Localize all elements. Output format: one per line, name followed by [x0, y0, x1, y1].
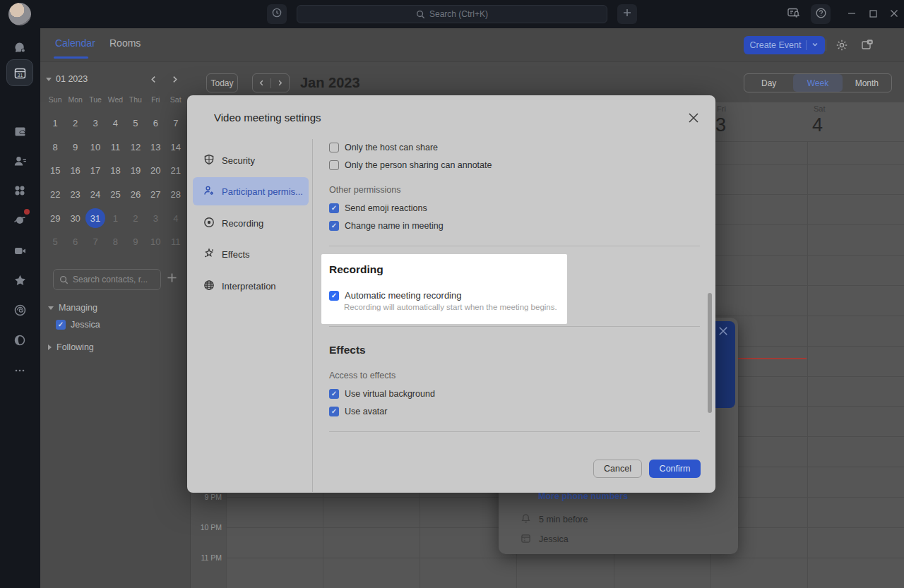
today-button[interactable]: Today: [206, 73, 238, 92]
mini-calendar-day[interactable]: 29: [45, 206, 65, 230]
mini-calendar-day[interactable]: 7: [166, 112, 186, 136]
mini-calendar-day[interactable]: 23: [65, 183, 85, 207]
member-checkbox[interactable]: [56, 320, 66, 330]
rail-item-favorites[interactable]: [6, 267, 33, 294]
checkbox[interactable]: [329, 407, 339, 416]
mini-calendar-day[interactable]: 30: [65, 206, 85, 230]
mini-prev-button[interactable]: [150, 73, 157, 86]
mini-calendar-day[interactable]: 10: [145, 230, 165, 254]
rail-item-more[interactable]: [6, 357, 33, 384]
checkbox[interactable]: [329, 389, 339, 399]
group-managing[interactable]: Managing: [48, 303, 97, 313]
mini-calendar-day[interactable]: 13: [145, 136, 165, 160]
tab-calendar[interactable]: Calendar: [55, 37, 95, 49]
member-jessica[interactable]: Jessica: [56, 320, 100, 330]
reminder-row[interactable]: 5 min before: [521, 513, 588, 526]
mini-calendar-day[interactable]: 11: [105, 136, 125, 160]
history-button[interactable]: [267, 4, 287, 24]
mini-next-button[interactable]: [171, 73, 179, 86]
cb-row-rename[interactable]: Change name in meeting: [329, 221, 444, 231]
minimize-button[interactable]: [845, 7, 859, 21]
mini-calendar-day[interactable]: 12: [126, 136, 145, 160]
mini-calendar-day[interactable]: 5: [45, 230, 65, 254]
mini-calendar-day[interactable]: 25: [105, 183, 125, 207]
cb-row-emoji[interactable]: Send emoji reactions: [329, 203, 427, 213]
day-header-number[interactable]: 4: [812, 114, 823, 136]
mini-calendar-day[interactable]: 1: [45, 112, 65, 136]
checkbox[interactable]: [329, 160, 339, 170]
mini-calendar-day[interactable]: 4: [105, 112, 125, 136]
mini-calendar-day[interactable]: 11: [166, 230, 186, 254]
maximize-button[interactable]: [866, 7, 880, 21]
mini-calendar-day[interactable]: 28: [166, 183, 186, 207]
rail-item-moments[interactable]: [6, 327, 33, 354]
mini-calendar-day[interactable]: 3: [85, 112, 105, 136]
mini-calendar-day[interactable]: 10: [85, 136, 105, 160]
mini-calendar-day[interactable]: 20: [145, 159, 165, 183]
view-week[interactable]: Week: [793, 74, 842, 92]
mini-calendar-day[interactable]: 24: [85, 183, 105, 207]
group-following[interactable]: Following: [48, 342, 94, 352]
scrollbar-thumb[interactable]: [708, 293, 712, 413]
mini-calendar-day[interactable]: 2: [65, 112, 85, 136]
mini-calendar-day[interactable]: 14: [166, 136, 186, 160]
nav-participant-permissions[interactable]: Participant permis...: [193, 177, 309, 205]
avatar[interactable]: [8, 3, 31, 25]
cb-row-host-share[interactable]: Only the host can share: [329, 143, 438, 152]
prev-week-button[interactable]: [253, 78, 270, 88]
tab-rooms[interactable]: Rooms: [109, 37, 141, 49]
search-input[interactable]: Search (Ctrl+K): [297, 5, 607, 23]
mini-calendar-day[interactable]: 9: [126, 230, 145, 254]
settings-button[interactable]: [835, 39, 848, 54]
cb-row-auto-recording[interactable]: Automatic meeting recording: [329, 290, 461, 301]
cancel-button[interactable]: Cancel: [593, 460, 642, 478]
modal-close-button[interactable]: [686, 110, 701, 126]
mini-calendar-header[interactable]: 01 2023: [46, 74, 88, 84]
mini-calendar-day[interactable]: 9: [65, 136, 85, 160]
rail-item-video[interactable]: [6, 237, 33, 264]
add-contact-button[interactable]: [166, 272, 178, 287]
organizer-row[interactable]: Jessica: [521, 533, 569, 546]
mini-calendar-day[interactable]: 4: [166, 206, 186, 230]
mini-calendar-day[interactable]: 6: [65, 230, 85, 254]
rail-item-workplace[interactable]: [6, 177, 33, 204]
mini-calendar-day[interactable]: 27: [145, 183, 165, 207]
cb-row-annotate[interactable]: Only the person sharing can annotate: [329, 160, 492, 170]
mini-calendar-day[interactable]: 19: [126, 159, 145, 183]
day-header-number[interactable]: 3: [715, 114, 726, 136]
mini-calendar-day[interactable]: 18: [105, 159, 125, 183]
rail-item-planet[interactable]: [6, 207, 33, 234]
checkbox[interactable]: [329, 143, 339, 152]
checkbox[interactable]: [329, 291, 339, 301]
close-window-button[interactable]: [887, 7, 901, 21]
mini-calendar-day[interactable]: 22: [45, 183, 65, 207]
nav-effects[interactable]: Effects: [193, 240, 309, 268]
checkbox[interactable]: [329, 203, 339, 213]
confirm-button[interactable]: Confirm: [649, 460, 701, 478]
cb-row-virtual-bg[interactable]: Use virtual background: [329, 389, 435, 399]
help-button[interactable]: [811, 4, 831, 24]
next-week-button[interactable]: [271, 78, 289, 88]
cb-row-avatar[interactable]: Use avatar: [329, 407, 387, 416]
view-month[interactable]: Month: [843, 74, 891, 92]
mini-calendar-day[interactable]: 1: [105, 206, 125, 230]
checkbox[interactable]: [329, 221, 339, 231]
mini-calendar-day[interactable]: 26: [126, 183, 145, 207]
mini-calendar-day[interactable]: 3: [145, 206, 165, 230]
mini-calendar-day[interactable]: 6: [145, 112, 165, 136]
nav-interpretation[interactable]: Interpretation: [193, 272, 309, 300]
mini-calendar-day[interactable]: 31: [85, 206, 105, 230]
more-phone-numbers-link[interactable]: More phone numbers: [538, 491, 628, 501]
mini-calendar-day[interactable]: 17: [85, 159, 105, 183]
mini-calendar-day[interactable]: 16: [65, 159, 85, 183]
mini-calendar-day[interactable]: 8: [105, 230, 125, 254]
rail-item-contacts[interactable]: [6, 148, 33, 174]
rail-item-calendar[interactable]: 31: [6, 59, 33, 86]
mini-calendar-day[interactable]: 8: [45, 136, 65, 160]
mini-calendar-day[interactable]: 2: [126, 206, 145, 230]
create-event-button[interactable]: Create Event: [744, 36, 825, 54]
notification-settings-button[interactable]: [786, 7, 800, 21]
view-day[interactable]: Day: [744, 74, 793, 92]
new-button[interactable]: [617, 4, 637, 24]
mini-calendar-day[interactable]: 21: [166, 159, 186, 183]
